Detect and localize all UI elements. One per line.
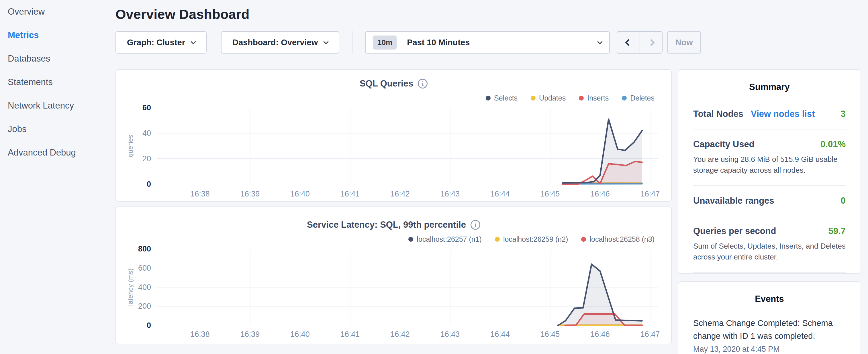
chevron-left-icon	[625, 39, 632, 46]
chart-title-row: Service Latency: SQL, 99th percentile i	[116, 220, 671, 230]
info-icon[interactable]: i	[418, 79, 428, 89]
chart-legend: SelectsUpdatesInsertsDeletes	[486, 94, 671, 102]
service-latency-chart-card: 020040060080016:3816:3916:4016:4116:4216…	[116, 206, 672, 344]
svg-text:16:38: 16:38	[190, 190, 210, 198]
legend-dot	[408, 237, 413, 242]
summary-rows: Total NodesView nodes list3Capacity Used…	[693, 109, 846, 293]
svg-text:queries: queries	[126, 135, 134, 157]
sidebar-item-jobs[interactable]: Jobs	[0, 118, 115, 141]
summary-row-label: Queries per second	[693, 226, 776, 236]
svg-text:16:46: 16:46	[590, 330, 610, 339]
svg-text:800: 800	[138, 245, 151, 253]
svg-text:16:40: 16:40	[290, 330, 310, 339]
sidebar-item-databases[interactable]: Databases	[0, 47, 115, 70]
time-range-label: Past 10 Minutes	[407, 38, 470, 47]
app-root: OverviewMetricsDatabasesStatementsNetwor…	[0, 0, 868, 354]
svg-text:latency (ms): latency (ms)	[126, 268, 134, 306]
chevron-down-icon	[323, 39, 329, 44]
now-button[interactable]: Now	[667, 31, 701, 54]
svg-text:16:39: 16:39	[241, 190, 260, 198]
summary-divider	[693, 272, 846, 273]
summary-row-value: 59.7	[829, 226, 846, 236]
svg-text:16:44: 16:44	[490, 190, 510, 198]
events-title: Events	[693, 294, 846, 304]
svg-text:16:44: 16:44	[490, 330, 510, 339]
chevron-right-icon	[648, 39, 654, 46]
right-column: Summary Total NodesView nodes list3Capac…	[678, 69, 861, 354]
legend-item[interactable]: Updates	[531, 94, 566, 102]
sql-queries-plot[interactable]: 020406016:3816:3916:4016:4116:4216:4316:…	[116, 70, 671, 201]
legend-label: Inserts	[587, 94, 609, 102]
time-range-dropdown[interactable]: 10m Past 10 Minutes	[365, 31, 610, 54]
events-panel: Events Schema Change Completed: Schema c…	[678, 281, 861, 354]
chart-title-row: SQL Queries i	[116, 78, 671, 89]
prev-time-button[interactable]	[617, 32, 640, 53]
time-step-buttons	[617, 31, 662, 54]
chevron-down-icon	[191, 39, 196, 44]
sidebar-item-statements[interactable]: Statements	[0, 70, 115, 94]
page-title: Overview Dashboard	[116, 6, 861, 22]
legend-item[interactable]: Deletes	[622, 94, 654, 102]
legend-dot	[622, 96, 627, 100]
legend-dot	[495, 237, 500, 242]
legend-dot	[531, 96, 535, 100]
time-range-badge: 10m	[373, 35, 397, 50]
view-nodes-list-link[interactable]: View nodes list	[751, 109, 815, 119]
graph-dropdown-label: Graph: Cluster	[127, 38, 185, 47]
legend-item[interactable]: localhost:26259 (n2)	[495, 235, 568, 244]
svg-text:200: 200	[138, 302, 151, 311]
sidebar-item-overview[interactable]: Overview	[0, 0, 115, 24]
sidebar-item-metrics[interactable]: Metrics	[0, 24, 115, 47]
svg-text:20: 20	[143, 154, 151, 163]
legend-item[interactable]: Inserts	[579, 94, 609, 102]
svg-text:16:47: 16:47	[641, 190, 660, 198]
legend-dot	[579, 96, 584, 100]
next-time-button[interactable]	[640, 32, 662, 53]
dashboard-content: 020406016:3816:3916:4016:4116:4216:4316:…	[116, 69, 861, 354]
chevron-down-icon	[597, 39, 602, 44]
legend-item[interactable]: localhost:26257 (n1)	[408, 235, 482, 244]
legend-dot	[486, 96, 491, 100]
summary-row: Queries per second59.7Sum of Selects, Up…	[693, 226, 846, 262]
legend-label: localhost:26259 (n2)	[503, 235, 568, 244]
summary-row-label: Unavailable ranges	[693, 196, 774, 206]
svg-text:16:41: 16:41	[340, 190, 360, 198]
svg-text:16:41: 16:41	[340, 330, 360, 339]
summary-row-label: Capacity Used	[693, 139, 754, 150]
info-icon[interactable]: i	[470, 220, 480, 230]
event-text[interactable]: Schema Change Completed: Schema change w…	[693, 317, 846, 343]
legend-item[interactable]: Selects	[486, 94, 518, 102]
toolbar: Graph: Cluster Dashboard: Overview 10m P…	[116, 31, 861, 54]
sql-queries-chart-card: 020406016:3816:3916:4016:4116:4216:4316:…	[116, 69, 672, 202]
summary-row: Total NodesView nodes list3	[693, 109, 846, 119]
svg-text:16:42: 16:42	[390, 330, 410, 339]
legend-item[interactable]: localhost:26258 (n3)	[581, 235, 654, 244]
sidebar-item-advanced-debug[interactable]: Advanced Debug	[0, 141, 115, 164]
svg-text:16:40: 16:40	[290, 190, 310, 198]
summary-row-value: 3	[841, 109, 846, 119]
sidebar: OverviewMetricsDatabasesStatementsNetwor…	[0, 0, 115, 354]
svg-text:16:45: 16:45	[540, 330, 560, 339]
summary-divider	[693, 185, 846, 186]
dashboard-dropdown-label: Dashboard: Overview	[232, 38, 318, 47]
legend-label: Updates	[539, 94, 566, 102]
svg-text:16:43: 16:43	[440, 190, 460, 198]
summary-divider	[693, 129, 846, 129]
legend-label: Selects	[494, 94, 518, 102]
summary-row: Capacity Used0.01%You are using 28.6 MiB…	[693, 139, 846, 175]
chart-title: SQL Queries	[360, 78, 413, 89]
dashboard-dropdown[interactable]: Dashboard: Overview	[221, 31, 339, 54]
graph-dropdown[interactable]: Graph: Cluster	[116, 31, 207, 54]
legend-label: localhost:26258 (n3)	[589, 235, 654, 244]
svg-text:0: 0	[147, 321, 151, 330]
summary-row-description: Sum of Selects, Updates, Inserts, and De…	[693, 241, 846, 262]
svg-text:0: 0	[147, 180, 151, 189]
legend-dot	[581, 237, 586, 242]
sidebar-item-network-latency[interactable]: Network Latency	[0, 94, 115, 118]
summary-row-description: You are using 28.6 MiB of 515.9 GiB usab…	[693, 154, 846, 175]
svg-text:60: 60	[143, 103, 151, 112]
summary-row-label: Total Nodes	[693, 109, 743, 119]
legend-label: Deletes	[630, 94, 654, 102]
summary-row: Unavailable ranges0	[693, 196, 846, 206]
main-area: Overview Dashboard Graph: Cluster Dashbo…	[115, 0, 868, 354]
